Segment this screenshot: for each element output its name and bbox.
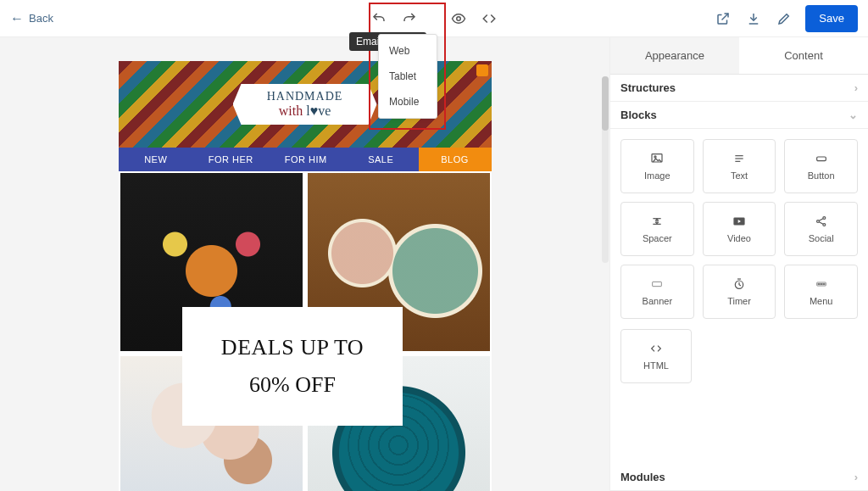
nav-for-her[interactable]: FOR HER: [193, 154, 269, 165]
nav-blog[interactable]: BLOG: [419, 148, 492, 171]
back-button[interactable]: ← Back: [10, 11, 53, 26]
image-icon: [649, 152, 665, 165]
svg-rect-15: [653, 282, 662, 286]
code-view-button[interactable]: [480, 9, 498, 28]
video-icon: [732, 215, 747, 228]
svg-rect-6: [816, 157, 826, 161]
preview-option-tablet[interactable]: Tablet: [379, 64, 437, 89]
undo-button[interactable]: [370, 9, 388, 28]
chevron-right-icon: ›: [854, 81, 858, 94]
canvas-scrollbar[interactable]: [602, 76, 609, 263]
text-icon: [732, 152, 747, 165]
button-icon: [814, 152, 829, 165]
section-blocks[interactable]: Blocks ⌄: [610, 102, 868, 129]
email-navbar[interactable]: NEW FOR HER FOR HIM SALE BLOG: [119, 148, 492, 171]
svg-point-12: [823, 224, 826, 226]
chevron-right-icon: ›: [854, 471, 858, 483]
svg-point-0: [457, 16, 461, 20]
svg-point-11: [823, 217, 826, 220]
center-tool-group: [370, 0, 498, 36]
preview-dropdown: Web Tablet Mobile: [378, 34, 437, 119]
tab-content[interactable]: Content: [739, 37, 868, 75]
canvas-scroll-thumb[interactable]: [602, 76, 609, 131]
block-html[interactable]: HTML: [620, 329, 692, 383]
preview-option-mobile[interactable]: Mobile: [379, 89, 437, 114]
section-modules-label: Modules: [620, 471, 665, 483]
canvas-area: HANDMADE with l♥ve NEW FOR HER FOR HIM S…: [0, 37, 609, 491]
brand-line1: HANDMADE: [267, 90, 343, 103]
brand-badge: HANDMADE with l♥ve: [233, 84, 377, 125]
block-image[interactable]: Image: [620, 139, 694, 193]
block-social[interactable]: Social: [784, 202, 858, 256]
deal-callout[interactable]: DEALS UP TO 60% OFF: [182, 307, 403, 426]
edit-pencil-button[interactable]: [775, 9, 793, 28]
section-structures-label: Structures: [620, 81, 676, 94]
download-button[interactable]: [744, 9, 763, 28]
arrow-left-icon: ←: [10, 11, 24, 26]
block-menu[interactable]: Menu: [784, 265, 858, 319]
deal-line2: 60% OFF: [249, 372, 336, 398]
blocks-grid-row2: HTML: [610, 329, 868, 393]
section-structures[interactable]: Structures ›: [610, 75, 868, 102]
svg-rect-21: [823, 283, 825, 284]
right-tool-group: Save: [714, 5, 858, 32]
svg-rect-20: [821, 283, 822, 284]
panel-tabs: Appearance Content: [610, 37, 868, 75]
deal-line1: DEALS UP TO: [221, 335, 364, 360]
timer-icon: [732, 277, 747, 291]
block-timer[interactable]: Timer: [703, 265, 776, 319]
save-button[interactable]: Save: [805, 5, 858, 32]
banner-icon: [649, 277, 665, 291]
open-external-button[interactable]: [714, 9, 732, 28]
svg-line-13: [819, 219, 823, 221]
redo-button[interactable]: [400, 9, 419, 28]
nav-for-him[interactable]: FOR HIM: [269, 154, 344, 165]
social-icon: [814, 215, 829, 228]
block-button[interactable]: Button: [784, 139, 858, 193]
svg-line-14: [819, 222, 823, 225]
html-icon: [648, 342, 664, 355]
svg-point-10: [816, 220, 819, 223]
preview-button[interactable]: [449, 9, 468, 28]
block-edit-handle-icon[interactable]: [476, 64, 488, 76]
section-blocks-label: Blocks: [620, 109, 657, 121]
svg-rect-19: [818, 283, 820, 284]
top-toolbar: ← Back Save: [0, 0, 868, 37]
spacer-icon: [649, 215, 665, 228]
nav-new[interactable]: NEW: [119, 154, 194, 165]
email-canvas[interactable]: HANDMADE with l♥ve NEW FOR HER FOR HIM S…: [119, 61, 492, 491]
back-label: Back: [29, 12, 53, 25]
section-modules[interactable]: Modules ›: [610, 464, 868, 491]
chevron-down-icon: ⌄: [849, 109, 858, 121]
brand-line2: with l♥ve: [279, 103, 331, 119]
right-panel: Appearance Content Structures › Blocks ⌄…: [609, 37, 868, 491]
block-banner[interactable]: Banner: [620, 265, 694, 319]
block-text[interactable]: Text: [703, 139, 776, 193]
blocks-grid: Image Text Button Spacer Video Social: [610, 129, 868, 329]
block-video[interactable]: Video: [703, 202, 776, 256]
tab-appearance[interactable]: Appearance: [610, 37, 739, 75]
svg-point-2: [654, 156, 656, 158]
block-spacer[interactable]: Spacer: [620, 202, 694, 256]
menu-icon: [814, 277, 829, 291]
nav-sale[interactable]: SALE: [343, 154, 419, 165]
preview-option-web[interactable]: Web: [379, 38, 437, 64]
